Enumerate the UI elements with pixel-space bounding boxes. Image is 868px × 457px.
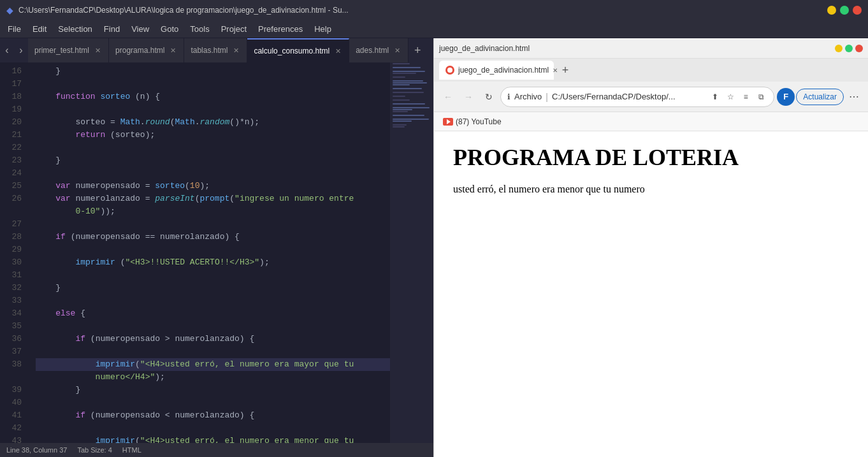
code-line: } xyxy=(36,65,390,78)
bookmark-label: (87) YouTube xyxy=(456,117,502,126)
menu-help[interactable]: Help xyxy=(309,22,336,36)
browser-title-text: juego_de_adivinacion.html xyxy=(439,44,830,53)
code-line: } xyxy=(36,384,390,396)
tab-label: calculo_consumo.html xyxy=(254,47,329,55)
code-line: imprimir ("<H3>!!USTED ACERTO!!</H3>"); xyxy=(36,256,390,269)
page-heading: PROGRAMA DE LOTERIA xyxy=(453,144,849,171)
browser-tab-label: juego_de_adivinacion.html xyxy=(458,66,549,75)
maximize-button[interactable] xyxy=(840,6,849,15)
code-line xyxy=(36,345,390,358)
address-bar[interactable]: ℹ Archivo | C:/Users/FernandaCP/Desktop/… xyxy=(500,87,774,107)
code-line: var numerolanzado = parseInt(prompt("ing… xyxy=(36,192,390,205)
menu-preferences[interactable]: Preferences xyxy=(253,22,308,36)
menu-file[interactable]: File xyxy=(3,22,26,36)
tab-label: programa.html xyxy=(115,46,164,55)
tab-nav-right[interactable]: › xyxy=(14,38,28,62)
editor-menu-bar: File Edit Selection Find View Goto Tools… xyxy=(0,20,868,38)
code-line xyxy=(36,243,390,256)
code-line: sorteo = Math.round(Math.random()*n); xyxy=(36,116,390,129)
code-line xyxy=(36,218,390,231)
editor-tab-bar: ‹ › primer_test.html ✕ programa.html ✕ t… xyxy=(0,38,433,62)
bookmark-youtube[interactable]: (87) YouTube xyxy=(439,116,505,127)
profile-button[interactable]: F xyxy=(777,88,795,106)
menu-edit[interactable]: Edit xyxy=(27,22,52,36)
code-line xyxy=(36,396,390,409)
tab-close-tablas[interactable]: ✕ xyxy=(231,46,240,55)
browser-title-bar: juego_de_adivinacion.html xyxy=(434,38,868,59)
editor-position: Line 38, Column 37 xyxy=(6,446,67,454)
editor-title-bar: ◆ C:\Users\FernandaCP\Desktop\ALURA\logi… xyxy=(0,0,868,20)
menu-goto[interactable]: Goto xyxy=(156,22,184,36)
back-button[interactable]: ← xyxy=(439,88,457,106)
tab-close-ades[interactable]: ✕ xyxy=(393,46,401,55)
code-area[interactable]: 16 17 18 19 20 21 22 23 24 25 26 27 28 2… xyxy=(0,62,433,443)
code-line xyxy=(36,78,390,91)
code-content[interactable]: } function sorteo (n) { sorteo = Math.ro… xyxy=(27,62,390,443)
tab-label: primer_test.html xyxy=(34,46,89,55)
menu-tools[interactable]: Tools xyxy=(185,22,214,36)
line-numbers: 16 17 18 19 20 21 22 23 24 25 26 27 28 2… xyxy=(0,62,27,443)
address-label: Archivo xyxy=(514,92,542,101)
tab-ades[interactable]: ades.html ✕ xyxy=(349,38,409,62)
code-line xyxy=(36,103,390,116)
update-button[interactable]: Actualizar xyxy=(796,89,844,105)
tab-programa[interactable]: programa.html ✕ xyxy=(109,38,184,62)
code-line: if (numeropensado > numerolanzado) { xyxy=(36,333,390,345)
code-line xyxy=(36,269,390,282)
tab-label: tablas.html xyxy=(191,46,228,55)
share-icon[interactable]: ⬆ xyxy=(709,91,721,103)
menu-selection[interactable]: Selection xyxy=(53,22,97,36)
browser-new-tab-button[interactable]: + xyxy=(556,61,574,79)
splitscreen-icon[interactable]: ⧉ xyxy=(755,91,767,103)
code-line-active: imprimir("<H4>usted erró, el numero era … xyxy=(36,358,390,371)
star-icon[interactable]: ☆ xyxy=(724,91,737,103)
editor-app-icon: ◆ xyxy=(6,5,13,15)
menu-find[interactable]: Find xyxy=(99,22,125,36)
security-icon: ℹ xyxy=(507,92,510,101)
tab-calculo[interactable]: calculo_consumo.html ✕ xyxy=(247,38,349,62)
menu-project[interactable]: Project xyxy=(216,22,252,36)
tab-close-primer-test[interactable]: ✕ xyxy=(93,46,102,55)
address-bar-icons: ⬆ ☆ ≡ ⧉ xyxy=(709,91,767,103)
browser-tab-favicon xyxy=(445,66,454,75)
code-line xyxy=(36,167,390,180)
browser-window-controls xyxy=(835,45,863,52)
code-line: 0-10")); xyxy=(36,205,390,218)
editor-pane: ‹ › primer_test.html ✕ programa.html ✕ t… xyxy=(0,38,433,457)
code-line xyxy=(36,141,390,154)
browser-active-tab[interactable]: juego_de_adivinacion.html ✕ xyxy=(439,61,554,80)
tab-close-programa[interactable]: ✕ xyxy=(168,46,177,55)
browser-close-btn[interactable] xyxy=(855,45,863,52)
minimap xyxy=(390,62,433,443)
tab-nav-left[interactable]: ‹ xyxy=(0,38,14,62)
code-line xyxy=(36,422,390,435)
readmode-icon[interactable]: ≡ xyxy=(739,91,752,103)
editor-language: HTML xyxy=(122,446,141,454)
code-line: } xyxy=(36,154,390,167)
forward-button[interactable]: → xyxy=(459,88,477,106)
tab-tablas[interactable]: tablas.html ✕ xyxy=(184,38,247,62)
youtube-icon xyxy=(443,118,453,126)
code-line xyxy=(36,320,390,333)
menu-view[interactable]: View xyxy=(126,22,154,36)
address-path: C:/Users/FernandaCP/Desktop/... xyxy=(552,92,676,101)
editor-status-bar: Line 38, Column 37 Tab Size: 4 HTML xyxy=(0,443,433,457)
add-tab-button[interactable]: + xyxy=(409,38,426,62)
browser-content: PROGRAMA DE LOTERIA usted erró, el numer… xyxy=(434,131,868,457)
code-line xyxy=(36,294,390,307)
browser-nav-bar: ← → ↻ ℹ Archivo | C:/Users/FernandaCP/De… xyxy=(434,82,868,112)
youtube-play-icon xyxy=(447,119,451,124)
code-line: return (sorteo); xyxy=(36,129,390,141)
browser-menu-button[interactable]: ⋯ xyxy=(845,88,863,106)
tab-close-calculo[interactable]: ✕ xyxy=(333,47,342,55)
minimize-button[interactable] xyxy=(827,6,836,15)
code-line: numero</H4>"); xyxy=(36,371,390,384)
editor-title-text: C:\Users\FernandaCP\Desktop\ALURA\logica… xyxy=(18,6,822,15)
browser-maximize-btn[interactable] xyxy=(845,45,853,52)
refresh-button[interactable]: ↻ xyxy=(480,88,498,106)
browser-minimize-btn[interactable] xyxy=(835,45,843,52)
code-line: var numeropensado = sorteo(10); xyxy=(36,180,390,192)
tab-primer-test[interactable]: primer_test.html ✕ xyxy=(28,38,109,62)
code-line: if (numeropensado < numerolanzado) { xyxy=(36,409,390,422)
close-button[interactable] xyxy=(853,6,862,15)
